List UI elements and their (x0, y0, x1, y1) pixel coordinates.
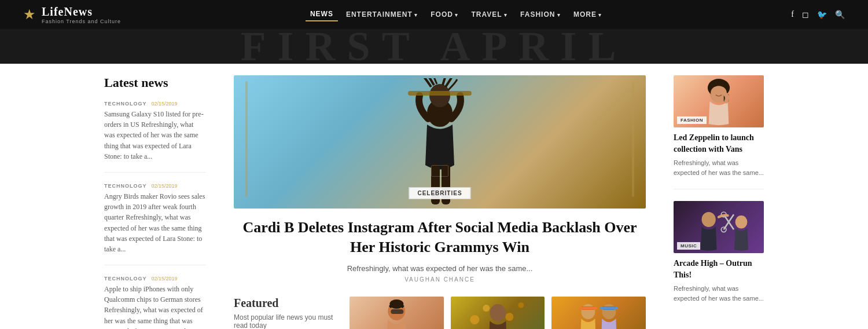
nav-more[interactable]: MORE (569, 8, 607, 21)
svg-rect-15 (579, 307, 598, 309)
right-article-2[interactable]: MUSIC Arcade High – Outrun This! Refresh… (674, 201, 764, 315)
featured-headline[interactable]: Cardi B Deletes Instagram After Social M… (234, 218, 646, 257)
featured-section-desc: Most popular life news you must read tod… (234, 313, 338, 329)
list-item: TECHNOLOGY 02/15/2019 Angry Birds maker … (104, 183, 206, 265)
site-header: ★ LifeNews Fashion Trends and Culture NE… (0, 0, 868, 29)
news-category-2: TECHNOLOGY (104, 183, 147, 189)
search-icon[interactable]: 🔍 (835, 10, 845, 20)
thumbnail-2[interactable]: FASHION (451, 297, 545, 329)
thumb-person-2 (451, 297, 545, 329)
news-title-2[interactable]: Angry Birds maker Rovio sees sales growt… (104, 191, 206, 254)
featured-excerpt: Refreshingly, what was expected of her w… (234, 264, 646, 273)
right-cat-badge-1: FASHION (677, 116, 707, 124)
news-meta-2: TECHNOLOGY 02/15/2019 (104, 183, 206, 189)
logo-star-icon: ★ (23, 6, 36, 23)
center-content: CELEBRITIES Cardi B Deletes Instagram Af… (220, 75, 660, 329)
right-article-title-2: Arcade High – Outrun This! (674, 258, 764, 280)
list-item: TECHNOLOGY 02/15/2019 Samsung Galaxy S10… (104, 101, 206, 173)
facebook-icon[interactable]: f (791, 10, 794, 19)
right-article-excerpt-1: Refreshingly, what was expected of her w… (674, 158, 764, 177)
featured-author: VAUGHAN CHANCE (234, 276, 646, 283)
right-article-excerpt-2: Refreshingly, what was expected of her w… (674, 284, 764, 303)
featured-section: Featured Most popular life news you must… (234, 297, 646, 329)
svg-point-8 (470, 315, 479, 324)
logo-name: LifeNews (42, 5, 93, 18)
news-title-1[interactable]: Samsung Galaxy S10 listed for pre-orders… (104, 109, 206, 162)
nav-travel[interactable]: TRAVEL (466, 8, 512, 21)
news-title-3[interactable]: Apple to ship iPhones with only Qualcomm… (104, 284, 206, 329)
sidebar-right: FASHION Led Zeppelin to launch collectio… (660, 75, 764, 329)
right-cat-badge-2: MUSIC (677, 242, 700, 250)
thumbnail-image-1 (350, 297, 444, 329)
nav-food[interactable]: FOOD (426, 8, 463, 21)
main-content: Latest news TECHNOLOGY 02/15/2019 Samsun… (0, 64, 868, 329)
thumb-person-3 (551, 297, 646, 329)
svg-rect-2 (408, 91, 472, 96)
list-item: TECHNOLOGY 02/15/2019 Apple to ship iPho… (104, 276, 206, 329)
svg-point-12 (490, 304, 506, 321)
right-article-1[interactable]: FASHION Led Zeppelin to launch collectio… (674, 75, 764, 189)
featured-article[interactable]: CELEBRITIES (234, 75, 646, 209)
svg-point-7 (389, 299, 403, 309)
sidebar-latest-news: Latest news TECHNOLOGY 02/15/2019 Samsun… (104, 75, 220, 329)
hero-banner: FIRST APRIL (0, 29, 868, 64)
nav-entertainment[interactable]: ENTERTAINMENT (341, 8, 422, 21)
featured-text: Featured Most popular life news you must… (234, 297, 338, 329)
featured-thumbnails: FASHION FASHION (350, 297, 646, 329)
thumbnail-1[interactable]: FASHION (350, 297, 444, 329)
category-badge: CELEBRITIES (409, 187, 470, 199)
instagram-icon[interactable]: ◻ (802, 10, 809, 20)
news-meta-3: TECHNOLOGY 02/15/2019 (104, 276, 206, 282)
thumbnail-3[interactable]: FASHION (551, 297, 646, 329)
thumbnail-image-3 (551, 297, 646, 329)
svg-point-9 (483, 305, 490, 312)
right-article-title-1: Led Zeppelin to launch collection with V… (674, 132, 764, 155)
svg-point-13 (582, 304, 595, 319)
twitter-icon[interactable]: 🐦 (817, 10, 827, 20)
nav-fashion[interactable]: FASHION (516, 8, 565, 21)
latest-news-title: Latest news (104, 75, 206, 90)
main-nav: NEWS ENTERTAINMENT FOOD TRAVEL FASHION M… (306, 8, 606, 21)
news-category-3: TECHNOLOGY (104, 276, 147, 282)
news-date-3: 02/15/2019 (152, 276, 178, 282)
svg-point-16 (602, 304, 616, 319)
news-meta-1: TECHNOLOGY 02/15/2019 (104, 101, 206, 107)
svg-point-11 (518, 302, 524, 308)
news-date-1: 02/15/2019 (152, 101, 178, 107)
svg-rect-6 (391, 309, 403, 314)
svg-rect-18 (600, 307, 619, 309)
thumb-person-1 (350, 297, 444, 329)
right-article-image-2: MUSIC (674, 201, 764, 253)
header-social-icons: f ◻ 🐦 🔍 (791, 10, 845, 20)
nav-news[interactable]: NEWS (306, 8, 338, 21)
site-logo[interactable]: ★ LifeNews Fashion Trends and Culture (23, 5, 121, 24)
thumbnail-image-2 (451, 297, 545, 329)
hero-banner-text: FIRST APRIL (241, 29, 628, 64)
svg-point-10 (505, 313, 513, 321)
svg-point-26 (735, 215, 748, 229)
logo-sub: Fashion Trends and Culture (42, 19, 121, 24)
news-date-2: 02/15/2019 (152, 183, 178, 189)
featured-section-title: Featured (234, 297, 338, 310)
svg-point-23 (702, 212, 716, 227)
right-article-image-1: FASHION (674, 75, 764, 127)
news-category-1: TECHNOLOGY (104, 101, 147, 107)
